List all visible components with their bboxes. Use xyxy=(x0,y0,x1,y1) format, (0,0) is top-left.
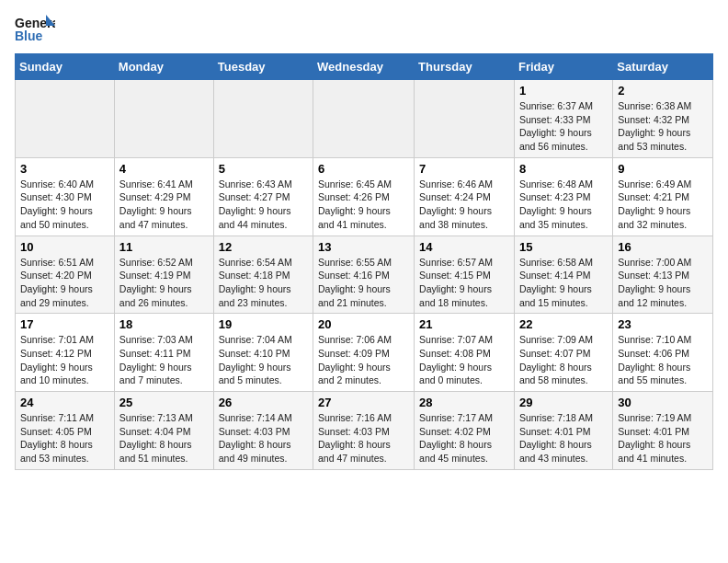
day-info: Sunrise: 6:54 AMSunset: 4:18 PMDaylight:… xyxy=(219,256,308,310)
calendar-week-5: 24Sunrise: 7:11 AMSunset: 4:05 PMDayligh… xyxy=(16,392,713,470)
calendar-week-2: 3Sunrise: 6:40 AMSunset: 4:30 PMDaylight… xyxy=(16,157,713,236)
day-info: Sunrise: 6:37 AMSunset: 4:33 PMDaylight:… xyxy=(519,99,608,154)
day-number: 20 xyxy=(318,317,409,331)
calendar-cell: 6Sunrise: 6:45 AMSunset: 4:26 PMDaylight… xyxy=(313,157,415,236)
calendar-cell: 25Sunrise: 7:13 AMSunset: 4:04 PMDayligh… xyxy=(114,392,213,470)
day-number: 19 xyxy=(219,317,308,331)
calendar-cell: 11Sunrise: 6:52 AMSunset: 4:19 PMDayligh… xyxy=(114,236,213,314)
day-number: 1 xyxy=(519,84,608,98)
day-number: 23 xyxy=(618,317,708,331)
day-number: 7 xyxy=(419,162,509,176)
day-info: Sunrise: 6:55 AMSunset: 4:16 PMDaylight:… xyxy=(318,256,409,310)
calendar-cell: 21Sunrise: 7:07 AMSunset: 4:08 PMDayligh… xyxy=(415,314,515,392)
day-info: Sunrise: 6:45 AMSunset: 4:26 PMDaylight:… xyxy=(318,178,409,232)
calendar-cell: 4Sunrise: 6:41 AMSunset: 4:29 PMDaylight… xyxy=(114,157,213,236)
calendar-cell: 1Sunrise: 6:37 AMSunset: 4:33 PMDaylight… xyxy=(514,80,612,158)
calendar-cell: 24Sunrise: 7:11 AMSunset: 4:05 PMDayligh… xyxy=(16,392,115,470)
day-info: Sunrise: 7:11 AMSunset: 4:05 PMDaylight:… xyxy=(20,411,109,465)
day-header-wednesday: Wednesday xyxy=(313,54,415,80)
day-info: Sunrise: 7:04 AMSunset: 4:10 PMDaylight:… xyxy=(219,333,308,387)
day-number: 13 xyxy=(318,240,409,254)
day-number: 6 xyxy=(318,162,409,176)
calendar-cell: 18Sunrise: 7:03 AMSunset: 4:11 PMDayligh… xyxy=(114,314,213,392)
calendar-cell xyxy=(313,80,415,158)
day-number: 15 xyxy=(519,240,608,254)
calendar-cell: 13Sunrise: 6:55 AMSunset: 4:16 PMDayligh… xyxy=(313,236,415,314)
svg-text:Blue: Blue xyxy=(15,29,43,42)
day-number: 4 xyxy=(119,162,209,176)
calendar-cell: 12Sunrise: 6:54 AMSunset: 4:18 PMDayligh… xyxy=(213,236,313,314)
logo: GeneralBlue xyxy=(15,15,55,42)
day-number: 12 xyxy=(219,240,308,254)
calendar-week-1: 1Sunrise: 6:37 AMSunset: 4:33 PMDaylight… xyxy=(16,80,713,158)
day-info: Sunrise: 6:40 AMSunset: 4:30 PMDaylight:… xyxy=(20,178,109,232)
calendar-cell: 20Sunrise: 7:06 AMSunset: 4:09 PMDayligh… xyxy=(313,314,415,392)
day-number: 10 xyxy=(20,240,109,254)
calendar-table: SundayMondayTuesdayWednesdayThursdayFrid… xyxy=(15,53,713,470)
day-number: 14 xyxy=(419,240,509,254)
day-number: 9 xyxy=(618,162,708,176)
calendar-cell: 29Sunrise: 7:18 AMSunset: 4:01 PMDayligh… xyxy=(514,392,612,470)
calendar-cell: 19Sunrise: 7:04 AMSunset: 4:10 PMDayligh… xyxy=(213,314,313,392)
calendar-cell xyxy=(415,80,515,158)
day-number: 21 xyxy=(419,317,509,331)
calendar-cell: 17Sunrise: 7:01 AMSunset: 4:12 PMDayligh… xyxy=(16,314,115,392)
day-number: 30 xyxy=(618,396,708,409)
day-number: 22 xyxy=(519,317,608,331)
day-number: 11 xyxy=(119,240,209,254)
day-number: 28 xyxy=(419,396,509,409)
calendar-cell xyxy=(114,80,213,158)
calendar-cell: 30Sunrise: 7:19 AMSunset: 4:01 PMDayligh… xyxy=(613,392,713,470)
day-info: Sunrise: 6:38 AMSunset: 4:32 PMDaylight:… xyxy=(618,99,708,154)
calendar-cell: 5Sunrise: 6:43 AMSunset: 4:27 PMDaylight… xyxy=(213,157,313,236)
day-number: 29 xyxy=(519,396,608,409)
calendar-header-row: SundayMondayTuesdayWednesdayThursdayFrid… xyxy=(16,54,713,80)
day-header-tuesday: Tuesday xyxy=(213,54,313,80)
calendar-cell: 15Sunrise: 6:58 AMSunset: 4:14 PMDayligh… xyxy=(514,236,612,314)
calendar-cell: 16Sunrise: 7:00 AMSunset: 4:13 PMDayligh… xyxy=(613,236,713,314)
day-info: Sunrise: 7:13 AMSunset: 4:04 PMDaylight:… xyxy=(119,411,209,465)
day-number: 25 xyxy=(119,396,209,409)
day-info: Sunrise: 7:18 AMSunset: 4:01 PMDaylight:… xyxy=(519,411,608,465)
day-info: Sunrise: 7:10 AMSunset: 4:06 PMDaylight:… xyxy=(618,333,708,387)
day-number: 17 xyxy=(20,317,109,331)
day-info: Sunrise: 7:01 AMSunset: 4:12 PMDaylight:… xyxy=(20,333,109,387)
day-info: Sunrise: 7:19 AMSunset: 4:01 PMDaylight:… xyxy=(618,411,708,465)
day-header-friday: Friday xyxy=(514,54,612,80)
day-number: 26 xyxy=(219,396,308,409)
day-info: Sunrise: 6:46 AMSunset: 4:24 PMDaylight:… xyxy=(419,178,509,232)
day-info: Sunrise: 7:06 AMSunset: 4:09 PMDaylight:… xyxy=(318,333,409,387)
logo-icon: GeneralBlue xyxy=(15,15,55,42)
day-info: Sunrise: 6:57 AMSunset: 4:15 PMDaylight:… xyxy=(419,256,509,310)
calendar-cell: 8Sunrise: 6:48 AMSunset: 4:23 PMDaylight… xyxy=(514,157,612,236)
day-number: 5 xyxy=(219,162,308,176)
day-number: 2 xyxy=(618,84,708,98)
day-info: Sunrise: 7:14 AMSunset: 4:03 PMDaylight:… xyxy=(219,411,308,465)
calendar-cell: 3Sunrise: 6:40 AMSunset: 4:30 PMDaylight… xyxy=(16,157,115,236)
calendar-cell: 22Sunrise: 7:09 AMSunset: 4:07 PMDayligh… xyxy=(514,314,612,392)
day-info: Sunrise: 6:43 AMSunset: 4:27 PMDaylight:… xyxy=(219,178,308,232)
day-info: Sunrise: 6:58 AMSunset: 4:14 PMDaylight:… xyxy=(519,256,608,310)
calendar-cell: 7Sunrise: 6:46 AMSunset: 4:24 PMDaylight… xyxy=(415,157,515,236)
day-header-thursday: Thursday xyxy=(415,54,515,80)
calendar-week-3: 10Sunrise: 6:51 AMSunset: 4:20 PMDayligh… xyxy=(16,236,713,314)
day-info: Sunrise: 7:07 AMSunset: 4:08 PMDaylight:… xyxy=(419,333,509,387)
day-info: Sunrise: 7:16 AMSunset: 4:03 PMDaylight:… xyxy=(318,411,409,465)
calendar-cell xyxy=(213,80,313,158)
day-number: 3 xyxy=(20,162,109,176)
day-number: 18 xyxy=(119,317,209,331)
calendar-cell: 10Sunrise: 6:51 AMSunset: 4:20 PMDayligh… xyxy=(16,236,115,314)
day-number: 24 xyxy=(20,396,109,409)
calendar-cell xyxy=(16,80,115,158)
day-info: Sunrise: 6:49 AMSunset: 4:21 PMDaylight:… xyxy=(618,178,708,232)
day-header-sunday: Sunday xyxy=(16,54,115,80)
day-number: 16 xyxy=(618,240,708,254)
calendar-cell: 9Sunrise: 6:49 AMSunset: 4:21 PMDaylight… xyxy=(613,157,713,236)
day-info: Sunrise: 6:52 AMSunset: 4:19 PMDaylight:… xyxy=(119,256,209,310)
calendar-cell: 28Sunrise: 7:17 AMSunset: 4:02 PMDayligh… xyxy=(415,392,515,470)
day-number: 27 xyxy=(318,396,409,409)
day-info: Sunrise: 7:00 AMSunset: 4:13 PMDaylight:… xyxy=(618,256,708,310)
calendar-cell: 27Sunrise: 7:16 AMSunset: 4:03 PMDayligh… xyxy=(313,392,415,470)
page-header: GeneralBlue xyxy=(15,15,713,42)
calendar-cell: 26Sunrise: 7:14 AMSunset: 4:03 PMDayligh… xyxy=(213,392,313,470)
